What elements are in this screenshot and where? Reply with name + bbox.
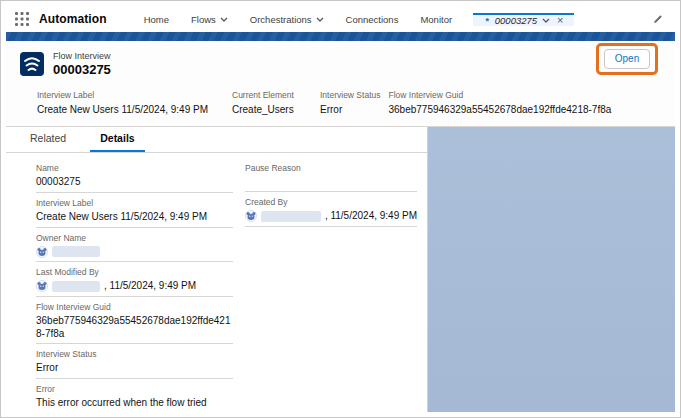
avatar-icon <box>36 280 48 292</box>
redacted-name <box>261 211 321 222</box>
flow-interview-entity-icon <box>20 52 44 76</box>
details-card: Related Details Name 00003275 Interview … <box>6 127 428 412</box>
highlight-current-element: Current Element Create_Users <box>232 89 320 117</box>
highlight-flow-interview-guid: Flow Interview Guid 36beb775946329a55452… <box>388 89 675 117</box>
app-launcher-icon[interactable] <box>15 12 29 26</box>
field-error: Error This error occurred when the flow … <box>36 383 233 412</box>
created-by-link[interactable]: , 11/5/2024, 9:49 PM <box>245 209 417 223</box>
nav-item-monitor[interactable]: Monitor <box>409 14 463 25</box>
nav-item-flows[interactable]: Flows <box>180 14 239 25</box>
nav-item-connections[interactable]: Connections <box>335 14 410 25</box>
record-tabs: Related Details <box>6 127 427 153</box>
chevron-down-icon <box>220 17 228 22</box>
entity-type-label: Flow Interview <box>53 51 111 62</box>
workspace-tab-label: 00003275 <box>495 15 537 26</box>
redacted-name <box>52 281 100 292</box>
details-left-column: Name 00003275 Interview Label Create New… <box>36 162 233 412</box>
record-header: Flow Interview 00003275 Open Interview L… <box>6 41 675 127</box>
nav-left: Automation <box>6 6 107 32</box>
field-name: Name 00003275 <box>36 162 233 193</box>
field-interview-label: Interview Label Create New Users 11/5/20… <box>36 197 233 228</box>
app-window: Automation Home Flows Orchestrations Con… <box>6 6 675 412</box>
record-header-text: Flow Interview 00003275 <box>53 51 111 77</box>
highlights-panel: Interview Label Create New Users 11/5/20… <box>6 83 675 117</box>
field-pause-reason: Pause Reason <box>245 162 417 192</box>
record-header-row: Flow Interview 00003275 <box>6 41 675 83</box>
unsaved-indicator: * <box>485 15 489 26</box>
tab-related[interactable]: Related <box>20 127 76 152</box>
tab-details[interactable]: Details <box>90 127 144 152</box>
field-created-by: Created By <box>245 196 417 227</box>
field-last-modified-by: Last Modified By <box>36 266 233 297</box>
field-owner-name: Owner Name <box>36 232 233 262</box>
redacted-name <box>52 246 100 257</box>
theme-band <box>6 32 675 41</box>
global-navigation-bar: Automation Home Flows Orchestrations Con… <box>6 6 675 32</box>
last-modified-by-link[interactable]: , 11/5/2024, 9:49 PM <box>36 279 233 293</box>
nav-items: Home Flows Orchestrations Connections Mo… <box>133 6 574 32</box>
app-name: Automation <box>39 12 107 26</box>
annotation-highlight-box: Open <box>596 43 658 75</box>
nav-item-home[interactable]: Home <box>133 14 180 25</box>
page-body: Related Details Name 00003275 Interview … <box>6 127 675 412</box>
edit-pencil-icon[interactable] <box>652 14 663 25</box>
highlight-interview-status: Interview Status Error <box>320 89 388 117</box>
record-title: 00003275 <box>53 62 111 77</box>
chevron-down-icon <box>316 17 324 22</box>
page-background-area <box>428 127 675 412</box>
highlight-interview-label: Interview Label Create New Users 11/5/20… <box>37 89 232 117</box>
avatar-icon <box>245 210 257 222</box>
field-interview-status: Interview Status Error <box>36 348 233 379</box>
close-tab-icon[interactable]: × <box>557 15 563 26</box>
nav-item-orchestrations[interactable]: Orchestrations <box>239 14 335 25</box>
details-right-column: Pause Reason Created By <box>245 162 417 412</box>
owner-link[interactable] <box>36 245 233 258</box>
avatar-icon <box>36 246 48 258</box>
workspace-tab-00003275[interactable]: * 00003275 × <box>473 13 573 26</box>
field-flow-interview-guid: Flow Interview Guid 36beb775946329a55452… <box>36 301 233 344</box>
details-fields: Name 00003275 Interview Label Create New… <box>6 153 427 412</box>
open-button[interactable]: Open <box>604 49 650 69</box>
nav-right <box>652 6 675 32</box>
chevron-down-icon[interactable] <box>542 18 550 23</box>
screenshot-frame: Automation Home Flows Orchestrations Con… <box>0 0 681 418</box>
